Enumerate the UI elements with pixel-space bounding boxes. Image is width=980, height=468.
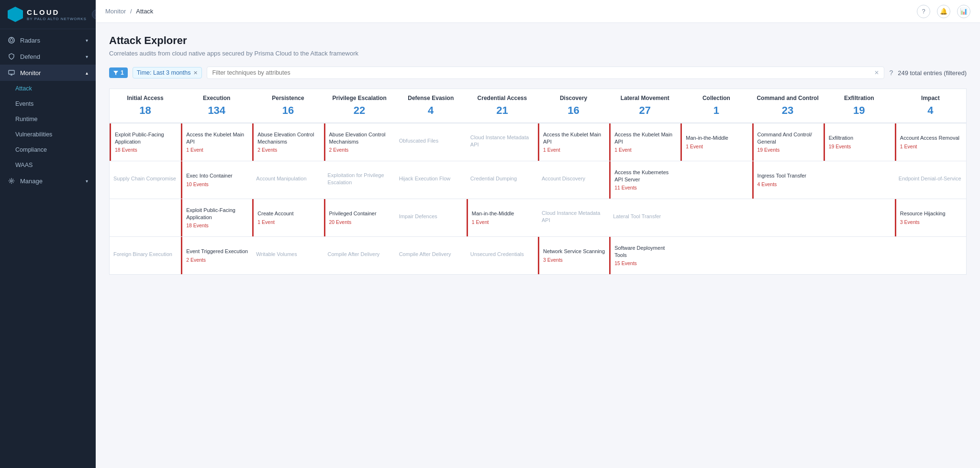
technique-name-collection-0: Man-in-the-Middle [686,134,748,142]
content-area: Attack Explorer Correlates audits from c… [96,23,980,468]
filter-count-badge[interactable]: 1 [109,67,128,78]
technique-events-credential-access-2: 1 Event [472,219,534,225]
sidebar-item-runtime[interactable]: Runtime [0,111,96,127]
technique-name-defense-evasion-2: Impair Defences [399,213,463,220]
tactic-col-discovery: Discovery16Access the Kubelet Main API1 … [538,89,609,274]
technique-card-lateral-movement-3[interactable]: Software Deployment Tools15 Events [609,237,680,274]
page-title: Attack Explorer [109,34,967,47]
technique-events-command-and-control-1: 4 Events [757,181,820,187]
sidebar-item-events[interactable]: Events [0,96,96,111]
technique-name-persistence-0: Abuse Elevation Control Mechanisms [257,131,320,145]
technique-events-persistence-0: 2 Events [257,147,320,153]
gear-icon [8,177,15,185]
technique-events-discovery-0: 1 Event [543,147,605,153]
filter-input[interactable] [212,69,874,76]
filter-input-wrap[interactable]: ✕ [207,67,884,79]
sidebar-item-radars[interactable]: Radars ▾ [0,32,96,48]
technique-name-lateral-movement-0: Access the Kubelet Main API [614,131,677,145]
technique-name-privilege-escalation-1: Exploitation for Privilege Escalation [328,172,391,186]
radars-chevron: ▾ [86,38,88,43]
technique-card-execution-3[interactable]: Event Triggered Execution2 Events [181,237,252,274]
chart-icon-button[interactable]: 📊 [957,5,970,18]
tactic-name-credential-access: Credential Access [469,95,535,102]
technique-card-execution-2[interactable]: Exploit Public-Facing Application18 Even… [181,199,252,236]
tactic-count-execution: 134 [184,104,249,117]
technique-card-lateral-movement-0[interactable]: Access the Kubelet Main API1 Event [609,123,680,161]
technique-card-persistence-0[interactable]: Abuse Elevation Control Mechanisms2 Even… [252,123,323,161]
filter-total-count: 249 total entries (filtered) [898,69,967,77]
help-icon-button[interactable]: ? [917,5,930,18]
technique-card-impact-2[interactable]: Resource Hijacking3 Events [895,199,966,236]
technique-card-collection-0[interactable]: Man-in-the-Middle1 Event [680,123,752,161]
technique-name-credential-access-2: Man-in-the-Middle [472,210,534,217]
filter-time-remove[interactable]: ✕ [193,70,198,76]
tactic-name-defense-evasion: Defense Evasion [398,95,464,102]
svg-point-6 [11,180,12,182]
tactic-header-command-and-control[interactable]: Command and Control23 [752,89,824,123]
technique-card-privilege-escalation-2[interactable]: Privileged Container20 Events [324,199,395,236]
tactic-header-privilege-escalation[interactable]: Privilege Escalation22 [324,89,395,123]
tactic-header-collection[interactable]: Collection1 [680,89,752,123]
tactic-col-initial-access: Initial Access18Exploit Public-Facing Ap… [110,89,181,274]
technique-card-initial-access-0[interactable]: Exploit Public-Facing Application18 Even… [110,123,181,161]
technique-card-command-and-control-1[interactable]: Ingress Tool Transfer4 Events [752,161,824,199]
technique-card-credential-access-1: Credential Dumping [467,161,538,199]
technique-card-impact-0[interactable]: Account Access Removal1 Event [895,123,966,161]
technique-events-execution-3: 2 Events [186,257,248,263]
technique-card-initial-access-3: Foreign Binary Execution [110,237,181,274]
sidebar-item-waas[interactable]: WAAS [0,157,96,173]
sidebar-item-monitor[interactable]: Monitor ▴ [0,65,96,81]
filter-help-icon[interactable]: ? [889,69,893,77]
svg-point-1 [10,39,13,42]
technique-name-privilege-escalation-3: Compile After Delivery [328,251,391,258]
technique-card-discovery-2: Cloud Instance Metadata API [538,199,609,236]
notification-icon-button[interactable]: 🔔 [937,5,950,18]
filter-input-clear[interactable]: ✕ [874,69,879,76]
technique-card-defense-evasion-2: Impair Defences [395,199,467,236]
tactic-header-execution[interactable]: Execution134 [181,89,252,123]
tactic-col-lateral-movement: Lateral Movement27Access the Kubelet Mai… [609,89,680,274]
technique-card-execution-1[interactable]: Exec Into Container10 Events [181,161,252,199]
tactic-header-lateral-movement[interactable]: Lateral Movement27 [609,89,680,123]
sidebar-nav: Radars ▾ Defend ▾ Monitor ▴ [0,29,96,192]
tactic-name-discovery: Discovery [541,95,606,102]
technique-card-discovery-1: Account Discovery [538,161,609,199]
sidebar-item-defend[interactable]: Defend ▾ [0,48,96,65]
sidebar-item-vulnerabilities[interactable]: Vulnerabilities [0,127,96,142]
technique-card-execution-0[interactable]: Access the Kubelet Main API1 Event [181,123,252,161]
technique-empty-collection-2 [680,199,752,236]
technique-card-command-and-control-0[interactable]: Command And Control/ General19 Events [752,123,824,161]
tactic-name-execution: Execution [184,95,249,102]
technique-empty-exfiltration-1 [824,161,895,199]
tactic-header-defense-evasion[interactable]: Defense Evasion4 [395,89,467,123]
sidebar-item-manage[interactable]: Manage ▾ [0,173,96,189]
tactic-header-exfiltration[interactable]: Exfiltration19 [824,89,895,123]
tactic-header-initial-access[interactable]: Initial Access18 [110,89,181,123]
technique-name-privilege-escalation-0: Abuse Elevation Control Mechanisms [329,131,391,145]
technique-card-discovery-0[interactable]: Access the Kubelet Main API1 Event [538,123,609,161]
filter-time-tag[interactable]: Time: Last 3 months ✕ [133,67,202,78]
tactic-header-impact[interactable]: Impact4 [895,89,966,123]
tactic-count-exfiltration: 19 [826,104,892,117]
technique-card-lateral-movement-1[interactable]: Access the Kubernetes API Server11 Event… [609,161,680,199]
tactic-col-impact: Impact4Account Access Removal1 EventEndp… [895,89,966,274]
technique-name-defense-evasion-3: Compile After Delivery [399,251,463,258]
sidebar-item-attack[interactable]: Attack [0,81,96,96]
technique-card-credential-access-2[interactable]: Man-in-the-Middle1 Event [467,199,538,236]
breadcrumb-parent[interactable]: Monitor [105,8,126,15]
technique-card-privilege-escalation-0[interactable]: Abuse Elevation Control Mechanisms2 Even… [324,123,395,161]
tactic-header-discovery[interactable]: Discovery16 [538,89,609,123]
breadcrumb-current: Attack [136,8,153,15]
technique-card-exfiltration-0[interactable]: Exfiltration19 Events [824,123,895,161]
technique-name-persistence-3: Writable Volumes [256,251,320,258]
topbar: Monitor / Attack ? 🔔 📊 [96,0,980,23]
tactic-header-credential-access[interactable]: Credential Access21 [467,89,538,123]
technique-card-credential-access-3: Unsecured Credentials [467,237,538,274]
tactic-header-persistence[interactable]: Persistence16 [252,89,323,123]
filter-time-label: Time: Last 3 months [137,69,191,76]
technique-card-persistence-2[interactable]: Create Account1 Event [252,199,323,236]
breadcrumb: Monitor / Attack [105,8,153,15]
technique-card-discovery-3[interactable]: Network Service Scanning3 Events [538,237,609,274]
technique-events-privilege-escalation-0: 2 Events [329,147,391,153]
sidebar-item-compliance[interactable]: Compliance [0,142,96,157]
